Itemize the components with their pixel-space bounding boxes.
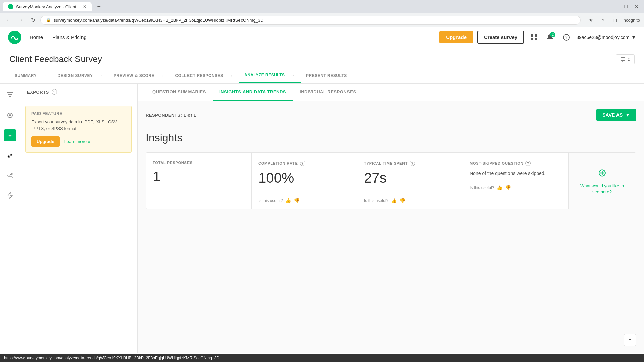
nav-links: Home Plans & Pricing [30, 34, 87, 40]
total-responses-label: TOTAL RESPONSES [153, 161, 245, 165]
sidebar-lightning-icon[interactable] [4, 190, 16, 202]
most-skipped-help-icon[interactable]: ? [525, 161, 531, 166]
thumbs-up-icon[interactable]: 👍 [391, 198, 397, 203]
svg-rect-4 [535, 38, 537, 40]
thumbs-up-icon[interactable]: 👍 [285, 198, 291, 203]
typical-time-label: TYPICAL TIME SPENT ? [364, 161, 456, 166]
refresh-button[interactable]: ↻ [28, 15, 38, 25]
page-header: Client Feedback Survey 0 [0, 47, 644, 68]
add-insight-card[interactable]: ⊕ What would you like to see here? [569, 153, 636, 209]
create-survey-button[interactable]: Create survey [477, 31, 524, 44]
tab-present-results[interactable]: PRESENT RESULTS [301, 69, 353, 83]
thumbs-down-icon[interactable]: 👎 [294, 198, 300, 203]
paid-feature-text: Export your survey data in .PDF, .XLS, .… [31, 119, 126, 132]
tab-preview-score[interactable]: PREVIEW & SCORE → [108, 68, 170, 83]
sidebar [0, 84, 20, 353]
minimize-button[interactable]: — [610, 2, 620, 11]
typical-time-help-icon[interactable]: ? [410, 161, 415, 166]
surveymonkey-logo[interactable] [8, 31, 21, 44]
sidebar-download-icon[interactable] [4, 129, 16, 141]
forward-button[interactable]: → [16, 15, 25, 25]
page-title: Client Feedback Survey [9, 54, 102, 64]
sidebar-link-icon[interactable] [4, 149, 16, 162]
help-icon[interactable]: ? [560, 31, 572, 43]
app-navbar: Home Plans & Pricing Upgrade Create surv… [0, 27, 644, 47]
sidebar-view-icon[interactable] [4, 109, 16, 121]
add-icon: ⊕ [598, 166, 607, 179]
browser-toolbar: ← → ↻ 🔒 surveymonkey.com/analyze/data-tr… [0, 13, 644, 27]
toolbar-actions: ★ ○ ◫ Incognito [586, 15, 640, 25]
upgrade-sm-button[interactable]: Upgrade [31, 136, 60, 147]
svg-point-11 [8, 175, 9, 176]
new-tab-button[interactable]: + [94, 2, 104, 11]
tab-insights-data-trends[interactable]: INSIGHTS AND DATA TRENDS [213, 84, 293, 101]
typical-time-card: TYPICAL TIME SPENT ? 27s Is this useful?… [357, 153, 463, 209]
user-menu[interactable]: 39ac6e23@moodjoy.com ▼ [576, 35, 636, 40]
upgrade-button[interactable]: Upgrade [439, 31, 473, 43]
back-button[interactable]: ← [4, 15, 13, 25]
respondents-text: RESPONDENTS: 1 of 1 [146, 113, 196, 118]
svg-rect-3 [531, 38, 533, 40]
tab-close-icon[interactable]: ✕ [83, 4, 86, 9]
tab-analyze-results[interactable]: ANALYZE RESULTS → [239, 68, 301, 83]
user-menu-chevron: ▼ [631, 35, 636, 40]
sidebar-share-icon[interactable] [4, 170, 16, 182]
apps-icon[interactable] [528, 31, 540, 43]
svg-rect-2 [535, 34, 537, 37]
browser-titlebar: SurveyMonkey Analyze - Client... ✕ + — ❐… [0, 0, 644, 13]
respondents-bar: RESPONDENTS: 1 of 1 SAVE AS ▼ [146, 109, 636, 121]
paid-feature-label: PAID FEATURE [31, 111, 126, 116]
completion-rate-help-icon[interactable]: ? [300, 161, 305, 166]
content-area: QUESTION SUMMARIES INSIGHTS AND DATA TRE… [138, 84, 644, 353]
completion-rate-value: 100% [258, 170, 350, 186]
plans-nav-link[interactable]: Plans & Pricing [52, 34, 87, 40]
user-email: 39ac6e23@moodjoy.com [576, 35, 629, 40]
svg-point-8 [9, 114, 11, 116]
completion-rate-footer: Is this useful? 👍 👎 [258, 190, 350, 203]
comment-count: 0 [628, 57, 630, 62]
content-inner: RESPONDENTS: 1 of 1 SAVE AS ▼ Insights T… [138, 101, 644, 225]
home-nav-link[interactable]: Home [30, 34, 43, 40]
scroll-to-top-button[interactable] [624, 334, 636, 346]
tab-individual-responses[interactable]: INDIVIDUAL RESPONSES [293, 84, 363, 101]
close-button[interactable]: ✕ [632, 2, 641, 11]
address-bar[interactable]: 🔒 surveymonkey.com/analyze/data-trends/q… [40, 16, 581, 25]
notification-badge: 2 [550, 32, 555, 37]
svg-point-9 [11, 173, 12, 175]
comment-button[interactable]: 0 [616, 54, 635, 64]
thumbs-down-icon[interactable]: 👎 [505, 185, 511, 190]
comment-icon [620, 57, 626, 62]
thumbs-down-icon[interactable]: 👎 [399, 198, 405, 203]
most-skipped-label: MOST-SKIPPED QUESTION ? [470, 161, 561, 166]
typical-time-value: 27s [364, 170, 456, 186]
url-text: surveymonkey.com/analyze/data-trends/qWC… [54, 18, 263, 23]
arrow-icon: → [229, 73, 234, 78]
nav-actions: Upgrade Create survey 2 ? 39ac6e23@moodj… [439, 31, 636, 44]
exports-help-icon[interactable]: ? [52, 89, 57, 95]
tab-design-survey[interactable]: DESIGN SURVEY → [52, 68, 108, 83]
browser-chrome: SurveyMonkey Analyze - Client... ✕ + — ❐… [0, 0, 644, 27]
save-as-button[interactable]: SAVE AS ▼ [596, 109, 636, 121]
extensions-icon[interactable]: ◫ [610, 15, 620, 25]
bookmark-icon[interactable]: ★ [586, 15, 595, 25]
insights-heading: Insights [146, 132, 636, 144]
lock-icon: 🔒 [46, 18, 51, 22]
tab-question-summaries[interactable]: QUESTION SUMMARIES [146, 84, 213, 101]
profile-icon[interactable]: ○ [598, 15, 607, 25]
browser-tab[interactable]: SurveyMonkey Analyze - Client... ✕ [3, 2, 92, 11]
exports-title: EXPORTS [27, 89, 49, 95]
sidebar-filter-icon[interactable] [4, 89, 16, 101]
left-panel: EXPORTS ? PAID FEATURE Export your surve… [20, 84, 138, 353]
typical-time-footer: Is this useful? 👍 👎 [364, 190, 456, 203]
window-controls: — ❐ ✕ [610, 2, 641, 11]
thumbs-up-icon[interactable]: 👍 [497, 185, 502, 190]
tab-summary[interactable]: SUMMARY → [9, 68, 52, 83]
learn-more-link[interactable]: Learn more » [64, 139, 90, 144]
tab-collect-responses[interactable]: COLLECT RESPONSES → [170, 68, 239, 83]
notifications-icon[interactable]: 2 [544, 31, 556, 43]
chevron-down-icon: ▼ [625, 112, 630, 118]
svg-rect-1 [531, 34, 533, 37]
restore-button[interactable]: ❐ [621, 2, 631, 11]
incognito-label: Incognito [622, 18, 640, 23]
total-responses-value: 1 [153, 169, 245, 185]
